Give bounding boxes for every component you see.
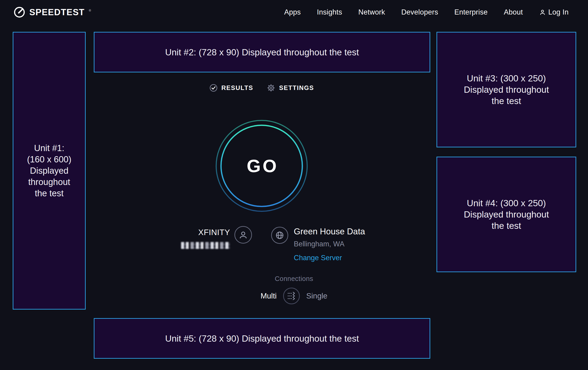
ad-unit-2-text: Unit #2: (728 x 90) Displayed throughout… — [165, 47, 359, 58]
user-icon — [539, 9, 546, 16]
settings-tab-label: SETTINGS — [279, 84, 314, 91]
trademark-mark: ® — [89, 9, 91, 12]
connection-info: XFINITY Green House Data Bellingham, WA … — [0, 225, 588, 266]
ad-unit-1-text: Unit #1:(160 x 600)Displayedthroughoutth… — [27, 142, 71, 199]
tab-settings[interactable]: SETTINGS — [267, 83, 314, 92]
tab-results[interactable]: RESULTS — [209, 84, 253, 92]
go-button[interactable]: GO — [215, 119, 308, 212]
ad-unit-2-leaderboard[interactable]: Unit #2: (728 x 90) Displayed throughout… — [94, 32, 430, 72]
isp-name: XFINITY — [148, 228, 230, 237]
ad-unit-1-skyscraper[interactable]: Unit #1:(160 x 600)Displayedthroughoutth… — [13, 32, 86, 310]
go-button-label: GO — [245, 155, 278, 177]
connections-multi-option[interactable]: Multi — [261, 291, 277, 300]
connections-toggle-row: Multi Single — [0, 288, 588, 304]
ad-unit-5-text: Unit #5: (728 x 90) Displayed throughout… — [165, 333, 359, 344]
person-icon — [238, 229, 249, 240]
ip-address-redacted — [181, 242, 230, 249]
isp-block: XFINITY — [148, 228, 230, 250]
view-tabs: RESULTS — [209, 83, 314, 92]
connections-toggle[interactable] — [283, 288, 300, 304]
multi-connections-icon — [284, 288, 299, 304]
gear-icon — [267, 83, 275, 92]
logo[interactable]: SPEEDTEST® — [13, 6, 91, 19]
change-server-link[interactable]: Change Server — [294, 254, 342, 262]
server-block: Green House Data Bellingham, WA Change S… — [294, 227, 365, 262]
server-globe-badge — [271, 227, 288, 244]
nav-item-enterprise[interactable]: Enterprise — [454, 8, 488, 16]
connections-label: Connections — [0, 275, 588, 283]
results-tab-label: RESULTS — [221, 84, 253, 91]
logo-text: SPEEDTEST — [29, 7, 84, 17]
speedtest-gauge-icon — [13, 6, 26, 19]
login-label: Log In — [548, 8, 569, 16]
check-circle-icon — [209, 84, 218, 92]
speedtest-page: SPEEDTEST® Apps Insights Network Develop… — [0, 0, 588, 370]
globe-icon — [274, 230, 285, 240]
nav-item-developers[interactable]: Developers — [401, 8, 438, 16]
nav-item-apps[interactable]: Apps — [284, 8, 301, 16]
isp-avatar — [234, 226, 252, 244]
ad-unit-3-rectangle[interactable]: Unit #3: (300 x 250)Displayed throughout… — [437, 32, 576, 147]
nav-item-about[interactable]: About — [504, 8, 523, 16]
main-nav: Apps Insights Network Developers Enterpr… — [284, 8, 569, 16]
ad-unit-5-leaderboard[interactable]: Unit #5: (728 x 90) Displayed throughout… — [94, 318, 430, 359]
ad-unit-3-text: Unit #3: (300 x 250)Displayed throughout… — [464, 73, 549, 107]
nav-item-insights[interactable]: Insights — [317, 8, 342, 16]
header: SPEEDTEST® Apps Insights Network Develop… — [0, 0, 588, 32]
connections-section: Connections Multi Single — [0, 275, 588, 304]
login-link[interactable]: Log In — [539, 8, 569, 16]
server-location: Bellingham, WA — [294, 240, 365, 248]
server-name: Green House Data — [294, 227, 365, 236]
nav-item-network[interactable]: Network — [358, 8, 385, 16]
connections-single-option[interactable]: Single — [306, 291, 327, 300]
